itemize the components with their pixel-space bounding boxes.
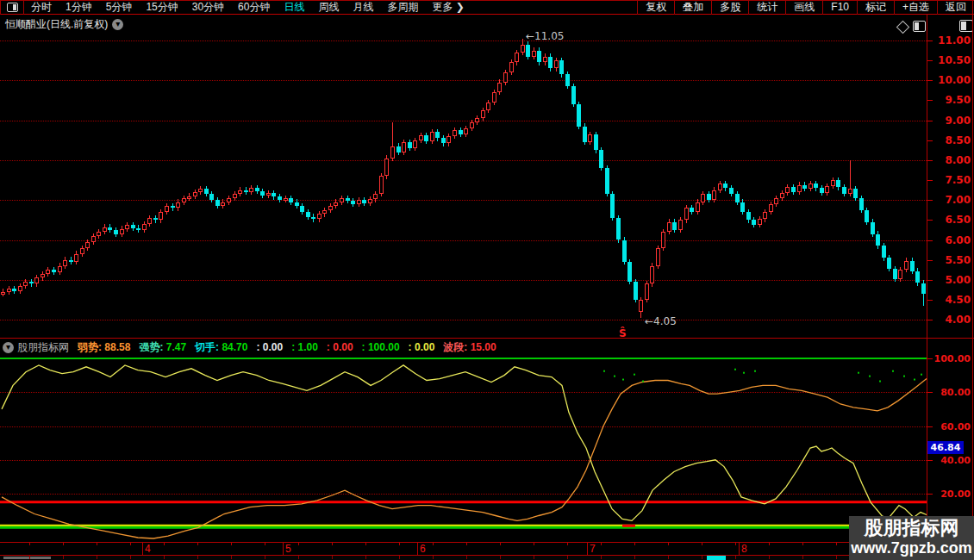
period-menu-item-9[interactable]: 多周期	[380, 0, 425, 15]
candle-body	[23, 282, 28, 286]
period-menu-item-8[interactable]: 月线	[346, 0, 380, 15]
minor-tick	[769, 542, 770, 545]
low-price-annotation: ←4.05	[645, 315, 677, 327]
period-menu-item-2[interactable]: 5分钟	[99, 0, 140, 15]
period-menu-item-0[interactable]: 分时	[24, 0, 59, 15]
candle-body	[114, 230, 118, 234]
indicator-chart-area[interactable]	[0, 355, 927, 542]
minor-tick-bottom	[332, 556, 333, 559]
candle-body	[599, 150, 603, 168]
candle-body	[882, 246, 886, 258]
price-tick-label: 7.50	[936, 174, 971, 186]
minor-tick-bottom	[63, 556, 64, 559]
tools-menu-item-7[interactable]: +自选	[894, 0, 937, 15]
status-strip[interactable]	[0, 556, 974, 560]
period-menu: 分时1分钟5分钟15分钟30分钟60分钟日线周线月线多周期更多 ❯	[24, 0, 471, 15]
candle-body	[758, 219, 762, 224]
panel-toggle-button[interactable]	[0, 0, 24, 15]
panel-divider-line[interactable]	[0, 338, 974, 339]
candle-body	[328, 206, 333, 210]
period-menu-item-4[interactable]: 30分钟	[185, 0, 231, 15]
minor-tick	[29, 542, 30, 545]
candle-body	[470, 122, 474, 128]
minor-tick-bottom	[265, 556, 265, 559]
candle-body	[831, 180, 835, 186]
minor-tick	[500, 542, 501, 545]
candle-body	[204, 189, 209, 194]
minor-tick-bottom	[231, 556, 232, 559]
price-tick-label: 6.00	[936, 234, 971, 246]
period-menu-item-6[interactable]: 日线	[277, 0, 311, 15]
price-tick-label: 7.00	[936, 194, 971, 206]
indicator-tick-label: 40.00	[933, 455, 971, 466]
candle-body	[227, 198, 231, 202]
tools-menu-item-4[interactable]: 画线	[785, 0, 822, 15]
minor-tick-bottom	[534, 556, 534, 559]
tools-menu-item-1[interactable]: 叠加	[674, 0, 711, 15]
candle-body	[74, 254, 78, 262]
minor-tick	[466, 542, 467, 545]
candle-body	[373, 194, 378, 199]
candle-body	[791, 187, 796, 192]
minor-tick-bottom	[567, 556, 568, 559]
period-menu-item-7[interactable]: 周线	[311, 0, 346, 15]
minor-tick-bottom	[634, 556, 635, 559]
price-tick-label: 9.50	[936, 94, 971, 106]
tools-menu-item-3[interactable]: 统计	[748, 0, 785, 15]
minor-tick-bottom	[164, 556, 165, 559]
candle-body	[526, 45, 530, 57]
candle-body	[317, 214, 322, 219]
tools-menu-item-5[interactable]: F10	[822, 0, 857, 15]
period-menu-item-5[interactable]: 60分钟	[231, 0, 277, 15]
minor-tick	[802, 542, 803, 545]
maximize-panel-icon[interactable]	[959, 20, 973, 32]
candle-body	[182, 198, 186, 202]
price-tick	[927, 140, 933, 141]
candle-body	[634, 282, 638, 300]
gridline-price-10	[0, 80, 927, 81]
price-tick-label: 4.00	[936, 314, 971, 326]
candle-body	[171, 206, 175, 208]
candle-body	[876, 234, 880, 246]
tools-menu-item-2[interactable]: 多股	[711, 0, 748, 15]
candle-body	[656, 248, 660, 266]
candle-body	[176, 202, 180, 208]
gridline-price-11	[0, 40, 927, 41]
indicator-header[interactable]: ▾ 股朋指标网 弱势: 88.58强势: 7.47切手: 84.70: 0.00…	[0, 339, 505, 355]
diamond-icon[interactable]	[896, 21, 910, 34]
candle-body	[853, 189, 858, 198]
candle-body	[696, 202, 700, 213]
month-label-7: 7	[590, 543, 596, 555]
candle-body	[610, 194, 615, 218]
candle-body	[645, 283, 649, 300]
minor-tick-bottom	[399, 556, 400, 559]
split-window-icon[interactable]	[913, 21, 926, 32]
candle-body	[266, 193, 271, 196]
candle-body	[12, 289, 16, 291]
candle-body	[684, 208, 689, 220]
candle-body	[871, 222, 875, 234]
period-menu-item-3[interactable]: 15分钟	[139, 0, 184, 15]
period-menu-item-1[interactable]: 1分钟	[59, 0, 99, 15]
candle-body	[459, 130, 463, 134]
minor-tick-bottom	[298, 556, 299, 559]
price-tick-label: 5.00	[936, 274, 971, 286]
price-tick	[927, 280, 933, 281]
period-menu-item-10[interactable]: 更多 ❯	[425, 0, 471, 15]
minor-tick	[601, 542, 602, 545]
candle-body	[209, 194, 214, 200]
candle-body	[165, 206, 169, 212]
right-border-line	[972, 0, 973, 560]
candle-body	[289, 198, 293, 202]
chevron-down-icon[interactable]: ▾	[112, 19, 123, 30]
candle-body	[311, 217, 315, 220]
panel-layout-icon	[7, 3, 18, 12]
tools-menu-item-8[interactable]: 返回	[937, 0, 974, 15]
collapse-indicator-icon[interactable]: ▾	[3, 342, 14, 353]
tools-menu-item-6[interactable]: 标记	[857, 0, 894, 15]
candle-body	[46, 270, 50, 274]
top-toolbar: 分时1分钟5分钟15分钟30分钟60分钟日线周线月线多周期更多 ❯ 复权叠加多股…	[0, 0, 974, 15]
tools-menu-item-0[interactable]: 复权	[637, 0, 674, 15]
minor-tick-bottom	[365, 556, 366, 559]
candle-body	[284, 198, 288, 201]
